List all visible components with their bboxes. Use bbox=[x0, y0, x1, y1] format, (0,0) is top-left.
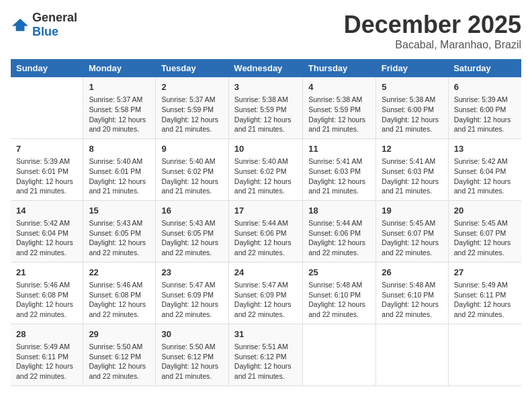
day-number: 5 bbox=[382, 81, 442, 93]
weekday-header-thursday: Thursday bbox=[303, 59, 376, 77]
day-number: 19 bbox=[382, 205, 442, 217]
day-info: Sunrise: 5:44 AM Sunset: 6:06 PM Dayligh… bbox=[308, 218, 370, 258]
day-number: 12 bbox=[382, 143, 442, 155]
weekday-header-monday: Monday bbox=[83, 59, 156, 77]
calendar-cell: 9Sunrise: 5:40 AM Sunset: 6:02 PM Daylig… bbox=[156, 138, 228, 200]
logo-icon bbox=[11, 17, 30, 32]
day-number: 25 bbox=[308, 267, 370, 279]
calendar-cell: 30Sunrise: 5:50 AM Sunset: 6:12 PM Dayli… bbox=[156, 324, 228, 385]
logo: General Blue bbox=[11, 11, 77, 39]
day-number: 16 bbox=[161, 205, 222, 217]
day-info: Sunrise: 5:41 AM Sunset: 6:03 PM Dayligh… bbox=[382, 156, 442, 196]
day-info: Sunrise: 5:47 AM Sunset: 6:09 PM Dayligh… bbox=[161, 280, 222, 320]
calendar-cell: 2Sunrise: 5:37 AM Sunset: 5:59 PM Daylig… bbox=[156, 77, 228, 138]
weekday-header-sunday: Sunday bbox=[11, 59, 83, 77]
day-info: Sunrise: 5:39 AM Sunset: 6:00 PM Dayligh… bbox=[454, 95, 516, 134]
day-number: 13 bbox=[454, 143, 516, 155]
calendar-cell: 28Sunrise: 5:49 AM Sunset: 6:11 PM Dayli… bbox=[11, 324, 83, 385]
day-number: 24 bbox=[234, 267, 297, 279]
day-info: Sunrise: 5:45 AM Sunset: 6:07 PM Dayligh… bbox=[382, 218, 442, 258]
title-area: December 2025 Bacabal, Maranhao, Brazil bbox=[344, 11, 521, 51]
day-info: Sunrise: 5:42 AM Sunset: 6:04 PM Dayligh… bbox=[454, 156, 516, 196]
day-number: 22 bbox=[89, 267, 150, 279]
header: General Blue December 2025 Bacabal, Mara… bbox=[11, 11, 521, 51]
day-number: 28 bbox=[16, 328, 77, 340]
day-number: 18 bbox=[308, 205, 370, 217]
svg-marker-0 bbox=[12, 19, 28, 31]
weekday-header-wednesday: Wednesday bbox=[228, 59, 302, 77]
day-number: 17 bbox=[234, 205, 297, 217]
day-info: Sunrise: 5:37 AM Sunset: 5:58 PM Dayligh… bbox=[89, 95, 150, 134]
day-info: Sunrise: 5:49 AM Sunset: 6:11 PM Dayligh… bbox=[16, 342, 77, 381]
day-number: 30 bbox=[161, 328, 222, 340]
calendar-cell: 20Sunrise: 5:45 AM Sunset: 6:07 PM Dayli… bbox=[448, 200, 521, 262]
calendar-cell: 31Sunrise: 5:51 AM Sunset: 6:12 PM Dayli… bbox=[228, 324, 302, 385]
location-title: Bacabal, Maranhao, Brazil bbox=[344, 39, 521, 51]
day-info: Sunrise: 5:50 AM Sunset: 6:12 PM Dayligh… bbox=[89, 342, 150, 381]
day-info: Sunrise: 5:38 AM Sunset: 6:00 PM Dayligh… bbox=[382, 95, 442, 134]
day-number: 11 bbox=[308, 143, 370, 155]
calendar-cell: 24Sunrise: 5:47 AM Sunset: 6:09 PM Dayli… bbox=[228, 262, 302, 324]
day-number: 31 bbox=[234, 328, 297, 340]
calendar-cell: 6Sunrise: 5:39 AM Sunset: 6:00 PM Daylig… bbox=[448, 77, 521, 138]
week-row-4: 21Sunrise: 5:46 AM Sunset: 6:08 PM Dayli… bbox=[11, 262, 521, 324]
logo-general: General bbox=[32, 11, 77, 24]
calendar-cell: 22Sunrise: 5:46 AM Sunset: 6:08 PM Dayli… bbox=[83, 262, 156, 324]
logo-blue: Blue bbox=[32, 25, 58, 38]
calendar-cell bbox=[376, 324, 448, 385]
day-info: Sunrise: 5:45 AM Sunset: 6:07 PM Dayligh… bbox=[454, 218, 516, 258]
calendar-cell bbox=[11, 77, 83, 138]
calendar-cell: 27Sunrise: 5:49 AM Sunset: 6:11 PM Dayli… bbox=[448, 262, 521, 324]
day-number: 15 bbox=[89, 205, 150, 217]
day-info: Sunrise: 5:47 AM Sunset: 6:09 PM Dayligh… bbox=[234, 280, 297, 320]
calendar-cell: 26Sunrise: 5:48 AM Sunset: 6:10 PM Dayli… bbox=[376, 262, 448, 324]
day-number: 6 bbox=[454, 81, 516, 93]
calendar-cell: 29Sunrise: 5:50 AM Sunset: 6:12 PM Dayli… bbox=[83, 324, 156, 385]
calendar-cell: 3Sunrise: 5:38 AM Sunset: 5:59 PM Daylig… bbox=[228, 77, 302, 138]
calendar-cell: 11Sunrise: 5:41 AM Sunset: 6:03 PM Dayli… bbox=[303, 138, 376, 200]
weekday-header-friday: Friday bbox=[376, 59, 448, 77]
day-info: Sunrise: 5:37 AM Sunset: 5:59 PM Dayligh… bbox=[161, 95, 222, 134]
day-info: Sunrise: 5:40 AM Sunset: 6:01 PM Dayligh… bbox=[89, 156, 150, 196]
week-row-2: 7Sunrise: 5:39 AM Sunset: 6:01 PM Daylig… bbox=[11, 138, 521, 200]
day-info: Sunrise: 5:50 AM Sunset: 6:12 PM Dayligh… bbox=[161, 342, 222, 381]
day-number: 26 bbox=[382, 267, 442, 279]
day-info: Sunrise: 5:43 AM Sunset: 6:05 PM Dayligh… bbox=[89, 218, 150, 258]
day-number: 14 bbox=[16, 205, 77, 217]
calendar-cell: 19Sunrise: 5:45 AM Sunset: 6:07 PM Dayli… bbox=[376, 200, 448, 262]
calendar-cell bbox=[448, 324, 521, 385]
day-info: Sunrise: 5:40 AM Sunset: 6:02 PM Dayligh… bbox=[234, 156, 297, 196]
day-number: 9 bbox=[161, 143, 222, 155]
day-info: Sunrise: 5:48 AM Sunset: 6:10 PM Dayligh… bbox=[308, 280, 370, 320]
calendar-cell: 10Sunrise: 5:40 AM Sunset: 6:02 PM Dayli… bbox=[228, 138, 302, 200]
day-number: 2 bbox=[161, 81, 222, 93]
day-info: Sunrise: 5:51 AM Sunset: 6:12 PM Dayligh… bbox=[234, 342, 297, 381]
month-title: December 2025 bbox=[344, 11, 521, 39]
day-info: Sunrise: 5:46 AM Sunset: 6:08 PM Dayligh… bbox=[16, 280, 77, 320]
day-number: 23 bbox=[161, 267, 222, 279]
day-number: 21 bbox=[16, 267, 77, 279]
day-info: Sunrise: 5:40 AM Sunset: 6:02 PM Dayligh… bbox=[161, 156, 222, 196]
calendar-cell bbox=[303, 324, 376, 385]
calendar-cell: 7Sunrise: 5:39 AM Sunset: 6:01 PM Daylig… bbox=[11, 138, 83, 200]
day-number: 29 bbox=[89, 328, 150, 340]
calendar-cell: 18Sunrise: 5:44 AM Sunset: 6:06 PM Dayli… bbox=[303, 200, 376, 262]
day-number: 20 bbox=[454, 205, 516, 217]
weekday-header-saturday: Saturday bbox=[448, 59, 521, 77]
calendar-cell: 25Sunrise: 5:48 AM Sunset: 6:10 PM Dayli… bbox=[303, 262, 376, 324]
day-number: 27 bbox=[454, 267, 516, 279]
calendar-cell: 13Sunrise: 5:42 AM Sunset: 6:04 PM Dayli… bbox=[448, 138, 521, 200]
day-number: 10 bbox=[234, 143, 297, 155]
calendar-cell: 12Sunrise: 5:41 AM Sunset: 6:03 PM Dayli… bbox=[376, 138, 448, 200]
calendar-cell: 23Sunrise: 5:47 AM Sunset: 6:09 PM Dayli… bbox=[156, 262, 228, 324]
calendar-cell: 4Sunrise: 5:38 AM Sunset: 5:59 PM Daylig… bbox=[303, 77, 376, 138]
weekday-header-row: SundayMondayTuesdayWednesdayThursdayFrid… bbox=[11, 59, 521, 77]
day-info: Sunrise: 5:39 AM Sunset: 6:01 PM Dayligh… bbox=[16, 156, 77, 196]
calendar-cell: 15Sunrise: 5:43 AM Sunset: 6:05 PM Dayli… bbox=[83, 200, 156, 262]
day-info: Sunrise: 5:41 AM Sunset: 6:03 PM Dayligh… bbox=[308, 156, 370, 196]
day-info: Sunrise: 5:38 AM Sunset: 5:59 PM Dayligh… bbox=[308, 95, 370, 134]
day-number: 7 bbox=[16, 143, 77, 155]
calendar-cell: 14Sunrise: 5:42 AM Sunset: 6:04 PM Dayli… bbox=[11, 200, 83, 262]
day-number: 1 bbox=[89, 81, 150, 93]
day-info: Sunrise: 5:38 AM Sunset: 5:59 PM Dayligh… bbox=[234, 95, 297, 134]
